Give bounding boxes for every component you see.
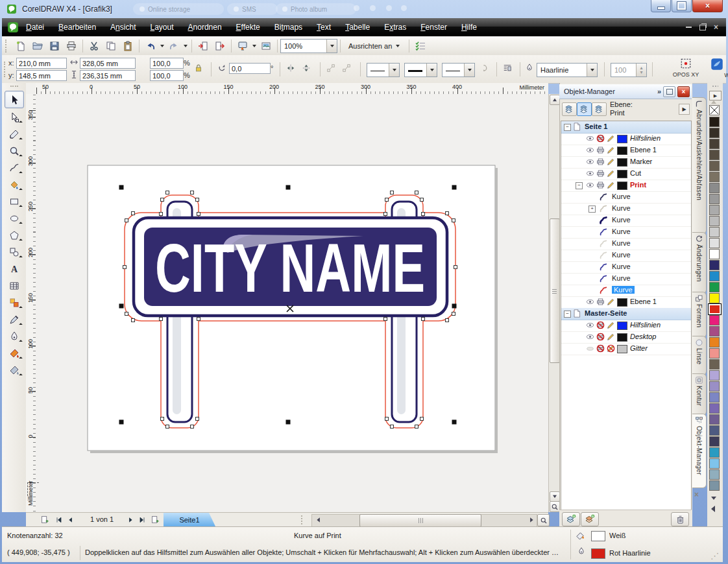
zoom-tool[interactable] bbox=[5, 143, 23, 159]
smart-fill-tool[interactable] bbox=[5, 176, 23, 193]
tree-row-marker[interactable]: Marker bbox=[561, 156, 691, 169]
palette-swatch[interactable] bbox=[709, 326, 720, 336]
docker-minimize-button[interactable] bbox=[663, 86, 675, 97]
palette-swatch[interactable] bbox=[709, 337, 720, 347]
undo-button[interactable] bbox=[142, 38, 159, 54]
text-wrap-button[interactable] bbox=[503, 64, 512, 73]
tree-row-kurve[interactable]: Kurve bbox=[561, 215, 691, 227]
h-scroll-right-button[interactable] bbox=[526, 514, 537, 525]
vertical-ruler[interactable]: Millimeter 350300250200150100500 bbox=[26, 94, 36, 512]
tree-row-seite-1[interactable]: −Seite 1 bbox=[561, 121, 691, 134]
welcome-screen-button[interactable] bbox=[258, 38, 274, 54]
table-tool[interactable] bbox=[5, 277, 23, 294]
crop-tool[interactable] bbox=[5, 126, 23, 142]
add-page-button[interactable] bbox=[39, 514, 50, 525]
rectangle-tool[interactable] bbox=[5, 193, 23, 209]
docker-tab-formen[interactable]: Formen bbox=[692, 292, 707, 338]
palette-swatch[interactable] bbox=[709, 436, 720, 447]
tree-row-kurve[interactable]: Kurve bbox=[561, 226, 691, 239]
palette-swatch[interactable] bbox=[709, 249, 720, 259]
palette-swatch[interactable] bbox=[709, 315, 720, 325]
palette-swatch[interactable] bbox=[709, 117, 720, 127]
menu-item-extras[interactable]: Extras bbox=[377, 18, 413, 36]
vertical-scrollbar[interactable] bbox=[548, 94, 560, 512]
document-close-icon[interactable]: × bbox=[714, 24, 718, 30]
palette-swatch[interactable] bbox=[709, 227, 720, 237]
win-tool-button[interactable]: Winl bbox=[710, 58, 728, 78]
end-arrow-combo-arrow[interactable] bbox=[464, 64, 474, 76]
docker-tab-kontur[interactable]: Kontur bbox=[692, 373, 707, 416]
next-page-button[interactable] bbox=[125, 514, 136, 525]
palette-grip[interactable] bbox=[712, 85, 718, 88]
tree-row-hilfslinien[interactable]: Hilfslinien bbox=[561, 320, 691, 332]
new-document-button[interactable] bbox=[12, 38, 29, 54]
palette-swatch[interactable] bbox=[709, 348, 720, 358]
docker-tabs-close-icon[interactable]: × bbox=[694, 490, 699, 499]
palette-swatch[interactable] bbox=[709, 359, 720, 370]
expand-box[interactable]: + bbox=[588, 206, 596, 213]
tree-row-kurve[interactable]: Kurve bbox=[561, 285, 691, 297]
palette-swatch[interactable] bbox=[709, 128, 720, 138]
palette-swatch[interactable] bbox=[709, 238, 720, 248]
palette-swatch[interactable] bbox=[709, 271, 720, 281]
start-arrow-combo-arrow[interactable] bbox=[389, 64, 399, 76]
menu-item-datei[interactable]: Datei bbox=[19, 18, 51, 36]
palette-scroll-down-icon[interactable] bbox=[711, 497, 716, 500]
zoom-combo-arrow[interactable] bbox=[326, 40, 337, 53]
outline-combo-arrow[interactable] bbox=[587, 64, 597, 76]
edit-nodes-button[interactable] bbox=[326, 64, 335, 73]
scale-lock-icon[interactable] bbox=[194, 64, 203, 73]
page-tab-seite1[interactable]: Seite1 bbox=[164, 513, 215, 526]
palette-swatch[interactable] bbox=[709, 216, 720, 226]
line-style-combo-arrow[interactable] bbox=[426, 64, 437, 76]
tree-row-kurve[interactable]: Kurve bbox=[561, 273, 691, 285]
palette-swatch[interactable] bbox=[709, 392, 720, 403]
eyedropper-tool[interactable] bbox=[5, 311, 23, 327]
minimize-button[interactable] bbox=[651, 0, 671, 12]
tree-row-master-seite[interactable]: −Master-Seite bbox=[561, 308, 691, 320]
x-position-input[interactable] bbox=[16, 58, 67, 69]
menu-item-fenster[interactable]: Fenster bbox=[413, 18, 454, 36]
first-page-button[interactable] bbox=[53, 514, 64, 525]
interactive-fill-tool[interactable] bbox=[5, 362, 23, 378]
tree-row-kurve[interactable]: Kurve bbox=[561, 250, 691, 262]
dropdown-arrow-icon[interactable] bbox=[184, 45, 188, 47]
end-arrow-combo[interactable] bbox=[442, 63, 475, 77]
menu-item-ansicht[interactable]: Ansicht bbox=[103, 18, 143, 36]
document-minimize-icon[interactable] bbox=[686, 27, 692, 28]
horizontal-ruler[interactable]: Millimeter 50050100150200250300350400 bbox=[36, 83, 548, 95]
delete-layer-button[interactable] bbox=[671, 512, 689, 526]
ruler-origin-corner[interactable] bbox=[26, 83, 36, 95]
menu-item-tabelle[interactable]: Tabelle bbox=[338, 18, 377, 36]
cut-button[interactable] bbox=[86, 38, 103, 54]
palette-swatch[interactable] bbox=[709, 282, 720, 292]
convert-curve-button[interactable] bbox=[342, 64, 351, 73]
new-master-layer-button[interactable] bbox=[581, 512, 599, 526]
opos-xy-button[interactable]: OPOS XY bbox=[669, 58, 703, 78]
add-page-button-2[interactable] bbox=[149, 514, 160, 525]
tree-row-kurve[interactable]: Kurve bbox=[561, 261, 691, 274]
palette-swatch[interactable] bbox=[709, 150, 720, 160]
tree-row-gitter[interactable]: Gitter bbox=[561, 343, 691, 355]
scroll-down-button[interactable] bbox=[550, 491, 560, 502]
palette-swatch[interactable] bbox=[709, 304, 721, 314]
dropdown-arrow-icon[interactable] bbox=[252, 45, 256, 47]
docker-tab-abrunden-auskehlen-abfasen[interactable]: Abrunden/Auskehlen/Abfasen bbox=[692, 97, 707, 234]
menu-item-text[interactable]: Text bbox=[309, 18, 338, 36]
docker-tab-linse[interactable]: Linse bbox=[692, 336, 707, 375]
copy-button[interactable] bbox=[103, 38, 119, 54]
application-launcher-button[interactable] bbox=[234, 38, 251, 54]
edit-across-layers-button[interactable] bbox=[592, 102, 607, 116]
basic-shapes-tool[interactable] bbox=[5, 244, 23, 260]
menu-item-effekte[interactable]: Effekte bbox=[229, 18, 267, 36]
tree-row-cut[interactable]: Cut bbox=[561, 168, 691, 180]
palette-swatch[interactable] bbox=[709, 469, 720, 480]
scale-x-input[interactable] bbox=[150, 58, 184, 69]
tree-row-kurve[interactable]: Kurve bbox=[561, 238, 691, 250]
menu-item-anordnen[interactable]: Anordnen bbox=[181, 18, 229, 36]
palette-swatch[interactable] bbox=[709, 183, 720, 193]
y-position-input[interactable] bbox=[16, 70, 67, 81]
menu-item-bearbeiten[interactable]: Bearbeiten bbox=[51, 18, 103, 36]
palette-swatch[interactable] bbox=[709, 205, 720, 215]
palette-swatch[interactable] bbox=[709, 458, 720, 469]
